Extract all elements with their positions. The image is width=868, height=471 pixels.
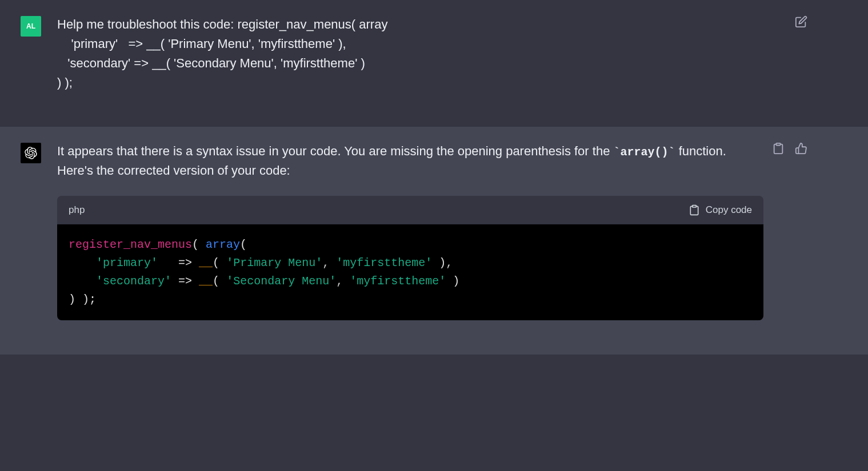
user-avatar: AL	[21, 16, 41, 37]
code-language-label: php	[69, 203, 85, 218]
thumbs-up-icon	[795, 142, 807, 155]
copy-response-button[interactable]	[770, 140, 786, 156]
openai-logo-icon	[25, 147, 37, 159]
code-block: php Copy code register_nav_menus( array(…	[57, 196, 763, 320]
assistant-message-text: It appears that there is a syntax issue …	[57, 142, 763, 180]
clipboard-icon	[689, 204, 700, 216]
edit-button[interactable]	[793, 14, 809, 30]
code-block-header: php Copy code	[57, 196, 763, 224]
assistant-avatar	[21, 143, 41, 163]
inline-code: `array()`	[613, 146, 675, 159]
svg-rect-1	[776, 143, 780, 146]
user-message: AL Help me troubleshoot this code: regis…	[0, 0, 868, 127]
svg-rect-0	[692, 205, 696, 207]
user-message-text: Help me troubleshoot this code: register…	[57, 15, 763, 92]
user-avatar-label: AL	[26, 22, 35, 30]
edit-icon	[795, 15, 807, 28]
assistant-message: It appears that there is a syntax issue …	[0, 127, 868, 355]
copy-code-button[interactable]: Copy code	[689, 203, 752, 218]
copy-code-label: Copy code	[706, 203, 752, 218]
code-body: register_nav_menus( array( 'primary' => …	[57, 224, 763, 320]
thumbs-up-button[interactable]	[793, 140, 809, 156]
clipboard-icon	[772, 142, 785, 155]
